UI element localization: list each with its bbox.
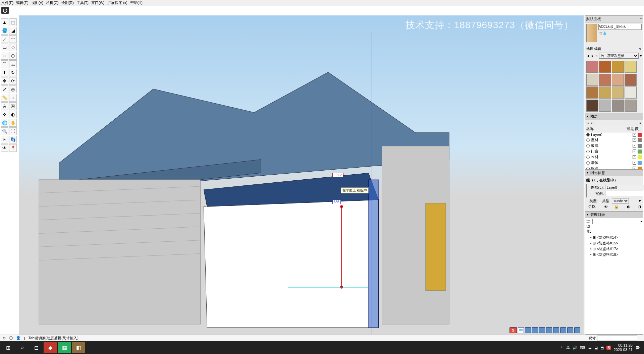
vb1[interactable]: 中 [518,327,524,333]
layer-del-icon[interactable]: ⊖ [591,121,594,125]
tray-vol-icon[interactable]: 🔊 [573,346,577,350]
material-swatch-0[interactable] [586,61,598,73]
menu-camera[interactable]: 相机(C) [46,0,58,5]
tray-misc2[interactable]: ⬓ [594,346,598,350]
layer-radio[interactable] [586,156,590,159]
power-icon[interactable]: ⏻ [1,7,9,14]
material-swatch-10[interactable] [612,86,624,99]
vb2[interactable] [525,327,531,333]
entity-instance[interactable] [605,191,644,196]
material-swatch-14[interactable] [612,100,624,112]
look-tool[interactable]: 👁 [1,144,8,152]
info-icon[interactable]: ⓘ [9,336,13,341]
paint-tool[interactable]: 🪣 [1,27,8,35]
layer-visible[interactable]: ✓ [633,138,636,142]
layer-row[interactable]: 木材✓ [585,154,643,160]
sketchup-app-icon[interactable]: ◆ [44,342,57,353]
layer-row[interactable]: 墙体✓ [585,160,643,166]
layer-radio[interactable] [586,138,590,142]
position-tool[interactable]: 📍 [9,144,17,152]
tray-misc1[interactable]: ☁ [588,346,592,350]
vb3[interactable] [532,327,538,333]
outliner-menu-icon[interactable]: ▸ [641,219,643,234]
mat-edit-btn[interactable]: 编辑 [594,47,601,51]
layer-color[interactable] [638,161,642,165]
material-swatch-7[interactable] [625,74,637,86]
layer-color[interactable] [638,138,642,142]
toggle-hide-icon[interactable]: 👁 [598,205,608,209]
outliner-item[interactable]: ▪ ⊞ <防盗格#17> [585,246,643,252]
layer-radio[interactable] [586,144,590,148]
layer-visible[interactable]: ✓ [633,161,636,165]
layer-visible[interactable]: ✓ [633,167,636,169]
material-swatch-13[interactable] [599,100,611,112]
circle-tool[interactable]: ○ [1,52,8,60]
layer-color[interactable] [638,150,642,154]
material-swatch-4[interactable] [586,74,598,86]
notif-icon[interactable]: 💬 [635,346,640,350]
menu-draw[interactable]: 绘图(R) [61,0,74,5]
material-swatch-3[interactable] [625,61,637,73]
vb9[interactable] [574,327,580,333]
material-swatch-9[interactable] [599,86,611,99]
vb4[interactable] [539,327,545,333]
toggle-shadow-icon[interactable]: ◐ [620,204,630,209]
layer-color[interactable] [638,167,642,170]
material-swatch-15[interactable] [625,100,637,112]
tray-s-icon[interactable]: S [606,346,611,350]
rect-tool[interactable]: ▭ [1,44,8,51]
vb7[interactable] [560,327,566,333]
layer-row[interactable]: Layer0✓ [585,132,643,137]
vb8[interactable] [567,327,573,333]
scale-tool[interactable]: ⤢ [1,85,8,93]
dim-tool[interactable]: ↔ [9,94,17,102]
move-tool[interactable]: ✥ [1,77,8,85]
text3d-tool[interactable]: Ⓐ [9,102,17,110]
material-name-input[interactable] [598,24,642,30]
tray-up-icon[interactable]: ＾ [560,345,564,350]
section-tool[interactable]: ✂ [1,136,8,143]
push-tool[interactable]: ⬆ [1,69,8,76]
material-swatch-1[interactable] [599,61,611,73]
polygon-tool[interactable]: ⬡ [9,52,17,60]
start-button[interactable]: ⊞ [1,342,15,353]
tray-net-icon[interactable]: 🖧 [566,346,570,350]
layer-color[interactable] [638,155,642,159]
outliner-filter[interactable] [592,219,639,224]
layer-visible[interactable]: ✓ [633,144,636,148]
app3-icon[interactable]: ◧ [72,342,85,353]
material-swatch-5[interactable] [599,74,611,86]
toggle-lock-icon[interactable]: 🔒 [609,204,619,209]
line-tool[interactable]: ／ [1,35,8,43]
menu-edit[interactable]: 编辑(E) [16,0,29,5]
layer-radio[interactable] [586,150,590,153]
material-swatch-8[interactable] [586,86,598,99]
layer-visible[interactable]: ✓ [633,150,636,153]
arc2-tool[interactable]: ⌓ [9,60,17,68]
tape-tool[interactable]: 📏 [1,94,8,102]
eraser-tool[interactable]: ◢ [9,27,17,35]
material-swatch-2[interactable] [612,61,624,73]
layer-radio[interactable] [586,167,590,170]
rotrect-tool[interactable]: ◇ [9,44,17,51]
home-icon[interactable]: ⌂ [596,54,598,58]
layer-color[interactable] [638,144,642,148]
layer-add-icon[interactable]: ⊕ [586,121,589,125]
nav-fwd-icon[interactable]: ► [591,54,594,58]
mat-create-icon[interactable]: ⬚ [598,31,602,36]
outliner-header[interactable]: 管理目录 [585,211,643,218]
menu-ext[interactable]: 扩展程序 (x) [107,0,127,5]
user-icon[interactable]: 👤 [16,336,21,340]
mat-pencil-icon[interactable]: ✎ [639,47,642,51]
orbit-tool[interactable]: 🌐 [1,119,8,127]
follow-tool[interactable]: ↻ [9,69,17,76]
viewport[interactable]: 技术支持：18879693273（微信同号） ~ 853 685 在平面上 在组… [19,15,584,344]
entity-header[interactable]: 图元信息 [585,169,643,176]
zoom-tool[interactable]: 🔍 [1,127,8,135]
layer-color[interactable] [638,133,642,137]
collapse-icon[interactable]: ▫ [640,16,642,21]
vb6[interactable] [553,327,559,333]
outliner-item[interactable]: ▪ ⊞ <防盗格#15> [585,240,643,246]
layer-row[interactable]: 型材✓ [585,137,643,143]
offset-tool[interactable]: ◎ [9,85,17,93]
